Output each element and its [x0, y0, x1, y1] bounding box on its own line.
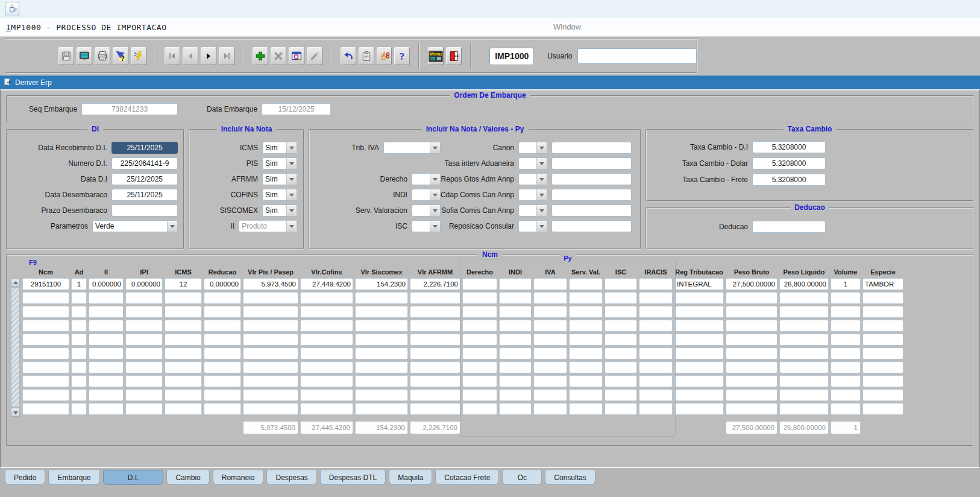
icms-combo[interactable]: Sim [262, 142, 297, 154]
taxa-cambio-d-i-input[interactable]: 5.3208000 [752, 141, 826, 153]
tab-oc[interactable]: Oc [502, 470, 542, 485]
grid-cell-especie[interactable] [862, 334, 903, 346]
grid-cell-isc[interactable] [605, 347, 637, 359]
grid-cell-derecho[interactable] [462, 278, 497, 290]
grid-cell-ii[interactable] [89, 361, 124, 373]
help-pointer-button[interactable]: ? [113, 47, 128, 65]
query-button[interactable] [289, 47, 304, 65]
scrollbar-thumb[interactable] [11, 288, 20, 407]
tab-maquila[interactable]: Maquila [389, 470, 432, 485]
grid-cell-isc[interactable] [605, 306, 637, 318]
grid-cell-peso-liquido[interactable] [779, 334, 829, 346]
grid-cell-peso-liquido[interactable] [779, 375, 829, 387]
prazo-desembaraco-input[interactable] [112, 204, 178, 217]
previous-record-button[interactable] [183, 47, 198, 65]
grid-cell-isc[interactable] [605, 389, 637, 401]
grid-cell-icms[interactable] [165, 403, 202, 415]
grid-cell-iracis[interactable] [639, 375, 673, 387]
grid-cell-ii[interactable] [89, 403, 124, 415]
grid-cell-vlr-siscomex[interactable] [355, 292, 408, 304]
grid-cell-ncm[interactable] [22, 403, 69, 415]
grid-cell-vlr-afrmm[interactable] [410, 347, 460, 359]
grid-cell-vlr-cofins[interactable]: 27,449.4200 [300, 278, 353, 290]
grid-cell-ad[interactable] [71, 306, 87, 318]
grid-cell-volume[interactable] [831, 320, 861, 332]
grid-cell-reducao[interactable] [204, 389, 241, 401]
usuario-input[interactable] [577, 48, 697, 64]
grid-cell-peso-bruto[interactable] [726, 292, 777, 304]
grid-cell-serv-val[interactable] [569, 334, 603, 346]
edit-button[interactable] [307, 47, 322, 65]
grid-cell-ncm[interactable] [22, 375, 69, 387]
tab-despesas-dtl[interactable]: Despesas DTL [320, 470, 386, 485]
grid-cell-especie[interactable] [862, 320, 903, 332]
grid-cell-serv-val[interactable] [569, 347, 603, 359]
grid-cell-indi[interactable] [499, 403, 532, 415]
grid-cell-reducao[interactable] [204, 403, 241, 415]
grid-cell-serv-val[interactable] [569, 278, 603, 290]
grid-cell-reg-trib[interactable] [674, 334, 724, 346]
grid-cell-peso-liquido[interactable] [779, 320, 829, 332]
grid-cell-icms[interactable] [165, 361, 202, 373]
grid-cell-volume[interactable] [831, 375, 861, 387]
grid-cell-indi[interactable] [499, 361, 532, 373]
grid-cell-vlr-siscomex[interactable] [355, 334, 408, 346]
grid-cell-ad[interactable] [71, 403, 87, 415]
chevron-down-icon[interactable] [536, 205, 547, 216]
grid-cell-vlr-pis[interactable] [243, 389, 298, 401]
grid-cell-vlr-pis[interactable] [243, 375, 298, 387]
chevron-down-icon[interactable] [536, 189, 547, 200]
grid-cell-iva[interactable] [533, 375, 567, 387]
grid-cell-ipi[interactable] [125, 320, 163, 332]
grid-cell-ipi[interactable] [125, 347, 163, 359]
grid-cell-vlr-afrmm[interactable] [410, 334, 460, 346]
grid-cell-icms[interactable] [165, 320, 202, 332]
seq-embarque-input[interactable]: 738241233 [81, 103, 178, 115]
grid-cell-vlr-cofins[interactable] [300, 361, 353, 373]
deducao-input[interactable] [752, 221, 826, 233]
grid-cell-peso-liquido[interactable]: 26,800.00000 [779, 278, 829, 290]
grid-cell-ii[interactable] [89, 389, 124, 401]
grid-cell-indi[interactable] [499, 375, 532, 387]
grid-cell-iva[interactable] [533, 320, 567, 332]
cdap-comis-can-annp-combo[interactable] [518, 189, 547, 201]
taxa-cambio-frete-input[interactable]: 5.3208000 [752, 174, 826, 186]
grid-cell-ncm[interactable] [22, 389, 69, 401]
grid-cell-iva[interactable] [533, 334, 567, 346]
cdap-comis-can-annp-input[interactable] [551, 189, 632, 201]
grid-cell-ii[interactable] [89, 306, 124, 318]
chevron-down-icon[interactable] [430, 189, 440, 200]
help-button[interactable]: ? [394, 47, 410, 65]
next-record-button[interactable] [201, 47, 216, 65]
grid-cell-especie[interactable] [862, 403, 903, 415]
afrmm-combo[interactable]: Sim [262, 173, 297, 185]
pis-combo[interactable]: Sim [262, 157, 297, 169]
parametros-combo[interactable]: Verde [92, 220, 178, 232]
derecho-combo[interactable] [412, 173, 441, 185]
grid-cell-reg-trib[interactable] [674, 292, 724, 304]
grid-cell-ii[interactable] [89, 320, 124, 332]
grid-cell-vlr-cofins[interactable] [300, 334, 353, 346]
grid-cell-peso-bruto[interactable] [726, 320, 777, 332]
grid-cell-isc[interactable] [605, 334, 637, 346]
grid-cell-isc[interactable] [605, 375, 637, 387]
grid-cell-iva[interactable] [533, 361, 567, 373]
grid-cell-ipi[interactable]: 0.000000 [125, 278, 163, 290]
grid-cell-vlr-pis[interactable] [243, 361, 298, 373]
grid-cell-reg-trib[interactable] [674, 403, 724, 415]
grid-cell-peso-liquido[interactable] [779, 347, 829, 359]
grid-cell-reg-trib[interactable] [674, 320, 724, 332]
grid-cell-indi[interactable] [499, 347, 532, 359]
sofia-comis-can-annp-input[interactable] [551, 204, 632, 217]
grid-cell-iva[interactable] [533, 278, 567, 290]
grid-cell-indi[interactable] [499, 278, 532, 290]
grid-cell-especie[interactable] [862, 347, 903, 359]
grid-cell-isc[interactable] [605, 278, 637, 290]
grid-cell-reg-trib[interactable] [674, 375, 724, 387]
grid-cell-vlr-cofins[interactable] [300, 292, 353, 304]
chevron-down-icon[interactable] [286, 189, 297, 200]
grid-cell-vlr-pis[interactable] [243, 334, 298, 346]
grid-cell-vlr-pis[interactable] [243, 306, 298, 318]
data-d-i-input[interactable]: 25/12/2025 [112, 173, 178, 185]
grid-cell-reducao[interactable] [204, 361, 241, 373]
